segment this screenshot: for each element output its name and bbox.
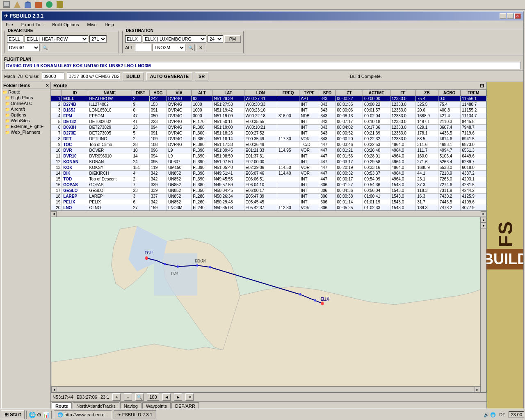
col-via[interactable]: VIA [167,90,192,96]
table-row[interactable]: 6D093HDET27302923094DVR4GFL300N51:19:00W… [51,125,486,130]
map-close-button[interactable]: ✕ [185,393,194,401]
table-row[interactable]: 2D274BILL2740029153DVR4G1000N51:27:53W00… [51,102,486,107]
cruise-input[interactable] [42,73,64,80]
maximize-button[interactable]: □ [507,13,514,19]
taskbar-icon-small-2[interactable]: ⚙ [37,411,42,418]
sidebar-item-onlineatc[interactable]: 📁 OnlineATC [2,100,50,106]
taskbar-icon-3[interactable] [24,0,32,9]
menu-file[interactable]: File [3,21,16,28]
col-id[interactable]: ID [62,90,88,96]
taskbar-icon-small-3[interactable]: 📊 [43,411,50,418]
table-row[interactable]: 15TODTop of Descent2342UN852FL390N49:45:… [51,176,486,182]
table-row[interactable]: 3D165JLON1650100091DVR4G1000N51:19:42W00… [51,107,486,113]
find-button[interactable]: 🔍 [135,393,144,401]
departure-name-select[interactable]: EGLL | HEATHROW [25,35,88,43]
table-row[interactable]: 4EPMEPSOM47050DVR4G3000N51:19:09W00:22:1… [51,113,486,119]
col-lat[interactable]: LAT [212,90,244,96]
col-dist[interactable]: DIST [132,90,149,96]
tray-icon-1[interactable]: 🔊 [484,412,489,418]
taskbar-icon-1[interactable] [2,0,11,9]
col-frem[interactable]: FREM [461,90,486,96]
map-scroll-left-button[interactable]: ◄ [51,387,57,393]
sidebar-close-button[interactable]: ✕ [46,83,49,88]
menu-help[interactable]: Help [102,21,116,28]
departure-runway-select[interactable]: 27L [89,35,107,43]
destination-star-select[interactable]: LNO3M [153,44,185,51]
map-scrollbar-bottom[interactable]: ◄ ► [51,386,480,392]
destination-runway-select[interactable]: 24 [208,35,223,43]
taskbar-icon-5[interactable] [45,0,53,9]
table-row[interactable]: 5DET32DET00203241223DVR4GFL170N51:50:11E… [51,119,486,125]
table-row[interactable]: 11DVR10DVR09601014094L9FL390N51:08:59E01… [51,153,486,159]
col-spd[interactable]: SPD [319,90,336,96]
destination-name-select[interactable]: ELLX | LUXEMBOURG [143,35,206,43]
start-button[interactable]: ⊞ Start [1,410,25,419]
sidebar-item-route[interactable]: 📁 Route [2,89,50,95]
sidebar-item-aircraft[interactable]: 📁 Aircraft [2,106,50,112]
table-h-scrollbar[interactable]: ◄ ► [51,211,486,217]
map-scrollbar-right[interactable]: ▲ ▼ [480,217,486,392]
taskbar-task-browser[interactable]: 🌐 http://www.ead.euro... [54,410,112,419]
build-button[interactable]: BUILD [123,72,144,80]
taskbar-icon-6[interactable] [56,0,64,9]
table-row[interactable]: 8DETDETLING2109DVR4GFL380N51:18:14E00:35… [51,136,486,142]
col-zt[interactable]: ZT [336,90,363,96]
table-row[interactable]: 13KOKKOKSY151119UM150FL390N51:05:40E02:3… [51,165,486,171]
route-table-container[interactable]: ID NAME DIST HDG VIA ALT LAT LON FREQ TY… [51,90,486,211]
close-button[interactable]: ✕ [514,13,521,19]
sidebar-item-options[interactable]: 📁 Options [2,112,50,118]
col-actime[interactable]: ACTIME [363,90,390,96]
menu-export[interactable]: Export To... [19,21,46,28]
taskbar-task-fsbuild[interactable]: ✈ FSBUILD 2.3.1 [114,410,156,419]
col-hdg[interactable]: HDG [149,90,167,96]
zoom-100-button[interactable]: 100 [147,393,159,401]
table-row[interactable]: 20LNOOLNO27159LNO3MFL240N50:35:08E05:42:… [51,205,486,211]
prev-button[interactable]: ◄ [162,393,171,401]
col-zb[interactable]: ZB [416,90,438,96]
col-ff[interactable]: FF [390,90,416,96]
table-row[interactable]: 12KONANKONAN24095UL607FL390N51:07:50E02:… [51,159,486,165]
col-alt[interactable]: ALT [192,90,212,96]
next-button[interactable]: ► [174,393,182,401]
table-row[interactable]: 16GOPASGOPAS7339UN852FL380N49:57:59E06:0… [51,182,486,188]
menu-build-options[interactable]: Build Options [50,21,81,28]
tray-icon-2[interactable]: 🌐 [490,412,496,418]
table-row[interactable]: 19PELIXPELIX6342UN852FL260N50:29:48E05:4… [51,199,486,205]
table-row[interactable]: 9TOCTop of Climb28108DVR4GFL380N51:17:33… [51,142,486,148]
col-type[interactable]: TYPE [299,90,319,96]
taskbar-icon-4[interactable] [34,0,43,9]
table-row[interactable]: 18LAREPLAREP3337UN852FL280N50:26:34E05:4… [51,194,486,199]
sr-button[interactable]: SR [195,72,208,80]
zoom-out-button[interactable]: − [124,393,132,401]
table-row[interactable]: 17GESLOGESLO23339UN852FL350N50:04:45E06:… [51,188,486,194]
table-row[interactable]: 14DIKDIEKIRCH4342UN852FL390N49:51:41E06:… [51,171,486,176]
x-button[interactable]: ✕ [196,44,205,51]
sidebar-item-webplanners[interactable]: 📁 Web_Planners [2,129,50,135]
autogen-button[interactable]: AUTO GENERATE [146,72,192,80]
departure-icao[interactable] [7,35,23,43]
departure-sid-select[interactable]: DVR4G [7,44,40,51]
col-name[interactable]: NAME [88,90,132,96]
taskbar-icon-small-1[interactable]: 🌐 [29,411,36,418]
flight-plan-route[interactable]: DVR4G DVR L9 KONAN UL607 KOK UM150 DIK U… [4,62,521,69]
menu-misc[interactable]: Misc [85,21,99,28]
map-scroll-right-button[interactable]: ► [475,387,480,393]
sidebar-item-websites[interactable]: 📁 WebSites [2,118,50,123]
map-area[interactable]: ▲ ▼ ◄ ► [51,217,486,393]
table-row[interactable]: 1EGLLHEATHROW2242DVR4G83N51:29:39W00:27:… [51,96,486,102]
scroll-left-button[interactable]: ◄ [51,211,57,217]
departure-search-button[interactable]: 🔍 [41,44,49,51]
zoom-in-button[interactable]: + [112,393,121,401]
table-row[interactable]: 7D273EDET2730055091DVR4GFL300N51:18:23E0… [51,130,486,136]
sidebar-item-flightplans[interactable]: 📁 FlightPlans [2,95,50,100]
taskbar-icon-2[interactable] [13,0,21,9]
minimize-button[interactable]: _ [500,13,506,19]
alt-input[interactable] [135,44,151,51]
table-row[interactable]: 10DVRDOVER10096L9FL390N51:09:45E01:21:33… [51,148,486,153]
map-scroll-up-button[interactable]: ▲ [481,217,486,223]
aircraft-input[interactable] [67,73,120,80]
map-scroll-down-button[interactable]: ▼ [481,223,486,228]
destination-icao[interactable] [125,35,142,43]
col-freq[interactable]: FREQ [277,90,299,96]
col-acbo[interactable]: ACBO [438,90,461,96]
